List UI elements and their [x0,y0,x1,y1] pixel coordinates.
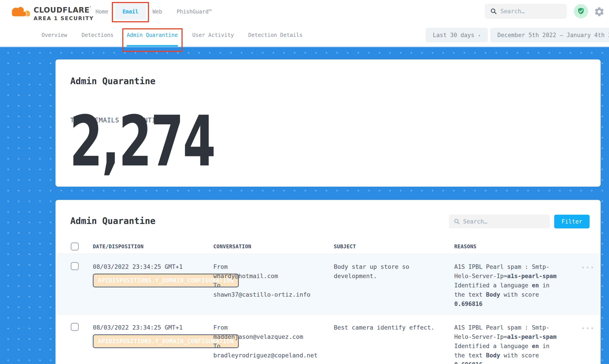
date-range-display[interactable]: December 5th 2022 — January 4th 2023 [490,28,609,42]
nav-phishguard[interactable]: PhishGuard™ [177,0,212,24]
date-range-dropdown[interactable]: Last 30 days▾ [426,28,488,42]
reasons-cell: A1S IPBL Pearl spam : Smtp-Helo-Server-I… [454,262,558,315]
subject-cell: Best camera identify effect. [334,323,440,364]
table-header: DATE/DISPOSITION CONVERSATION SUBJECT RE… [55,239,601,254]
date-range-dropdown-label: Last 30 days [433,32,474,39]
table-row: 08/03/2022 23:34:25 GMT+1 APIDISPOSITION… [55,320,601,364]
from-address: whardy@hotmail.com [213,272,334,281]
reason-text-bold: 0.696816 [454,361,483,364]
date-disposition-cell: 08/03/2022 23:34:25 GMT+1 APIDISPOSITION… [93,262,213,315]
summary-card: Admin Quarantine TOTAL EMAILS QUARANTINE… [55,59,601,187]
tab-detections[interactable]: Detections [81,24,114,47]
reason-text-bold: Body [486,291,500,298]
to-label: To [213,341,334,351]
nav-web[interactable]: Web [152,0,162,24]
reason-line: Identified a language en in the text Bod… [454,281,558,309]
search-icon [490,8,497,14]
global-search-input[interactable] [501,8,558,14]
reason-text-bold: en [532,282,539,289]
table-search-input[interactable] [463,218,538,225]
brand-subtitle: AREA 1 SECURITY [34,15,94,22]
trademark-mark: ’ [90,6,91,9]
to-label: To [213,281,334,290]
quarantine-table-card: Admin Quarantine Filter DATE/DISPOSITION… [55,200,601,364]
table-row: 08/03/2022 23:34:25 GMT+1 APIDISPOSITION… [55,253,601,315]
reason-text-bold: a1s-pearl-spam [507,333,556,340]
cloudflare-cloud-icon [10,4,31,18]
tab-user-activity[interactable]: User Activity [192,24,234,47]
reason-text: Identified a language [454,343,532,350]
column-header-date: DATE/DISPOSITION [93,244,213,249]
to-address: shawn37@castillo-ortiz.info [213,290,334,299]
table-title: Admin Quarantine [70,216,155,226]
page-title: Admin Quarantine [70,76,155,86]
reason-text-bold: Body [486,352,500,359]
reason-text-bold: en [532,343,539,350]
row-actions-menu-icon[interactable]: ••• [581,262,601,315]
conversation-cell: From whardy@hotmail.com To shawn37@casti… [213,262,334,315]
cloudflare-logo[interactable]: CLOUDFLARE’ AREA 1 SECURITY [10,3,94,22]
select-all-checkbox[interactable] [71,243,79,250]
table-search [449,215,550,228]
subject-cell: Body star up store so development. [334,262,440,315]
nav-email[interactable]: Email [115,4,146,20]
reason-text: with score [500,291,539,298]
column-header-subject: SUBJECT [334,244,454,249]
settings-gear-icon[interactable] [594,6,605,17]
row-date: 08/03/2022 23:34:25 GMT+1 [93,262,213,272]
protection-shield-icon[interactable] [574,4,588,18]
app: CLOUDFLARE’ AREA 1 SECURITY Home Email W… [0,0,609,364]
search-icon [454,219,460,225]
reason-line: Identified a language en in the text Bod… [454,341,558,364]
select-row-checkbox[interactable] [71,262,79,270]
select-row-checkbox[interactable] [71,323,79,331]
tab-admin-quarantine[interactable]: Admin Quarantine [127,24,178,47]
to-address: bradleyrodriguez@copeland.net [213,351,334,360]
reason-text: with score [500,352,539,359]
global-search [485,4,567,19]
reasons-cell: A1S IPBL Pearl spam : Smtp-Helo-Server-I… [454,323,558,364]
conversation-cell: From maddenjason@velazquez.com To bradle… [213,323,334,364]
from-label: From [213,323,334,332]
email-subnav: Overview Detections Admin Quarantine Use… [0,24,609,47]
reason-text: Identified a language [454,282,532,289]
page-background: Admin Quarantine TOTAL EMAILS QUARANTINE… [0,47,609,364]
top-header: CLOUDFLARE’ AREA 1 SECURITY Home Email W… [0,0,609,24]
reason-line: A1S IPBL Pearl spam : Smtp-Helo-Server-I… [454,262,558,281]
shield-check-icon [577,7,585,15]
brand-name: CLOUDFLARE’ [34,3,94,14]
metric-value: 2,274 [70,107,215,176]
from-label: From [213,262,334,272]
from-address: maddenjason@velazquez.com [213,332,334,341]
tab-detection-details[interactable]: Detection Details [248,24,303,47]
filter-button[interactable]: Filter [554,215,590,228]
row-date: 08/03/2022 23:34:25 GMT+1 [93,323,213,332]
tab-overview[interactable]: Overview [41,24,67,47]
date-disposition-cell: 08/03/2022 23:34:25 GMT+1 APIDISPOSITION… [93,323,213,364]
logo-text: CLOUDFLARE’ AREA 1 SECURITY [34,3,94,22]
column-header-reasons: REASONS [454,244,581,249]
reason-text-bold: 0.696816 [454,300,483,307]
active-tab-indicator [127,45,178,47]
chevron-down-icon: ▾ [478,33,481,38]
row-actions-menu-icon[interactable]: ••• [581,323,601,364]
column-header-conversation: CONVERSATION [213,244,334,249]
reason-line: A1S IPBL Pearl spam : Smtp-Helo-Server-I… [454,323,558,341]
nav-home[interactable]: Home [95,0,108,24]
reason-text-bold: a1s-pearl-spam [507,273,556,279]
